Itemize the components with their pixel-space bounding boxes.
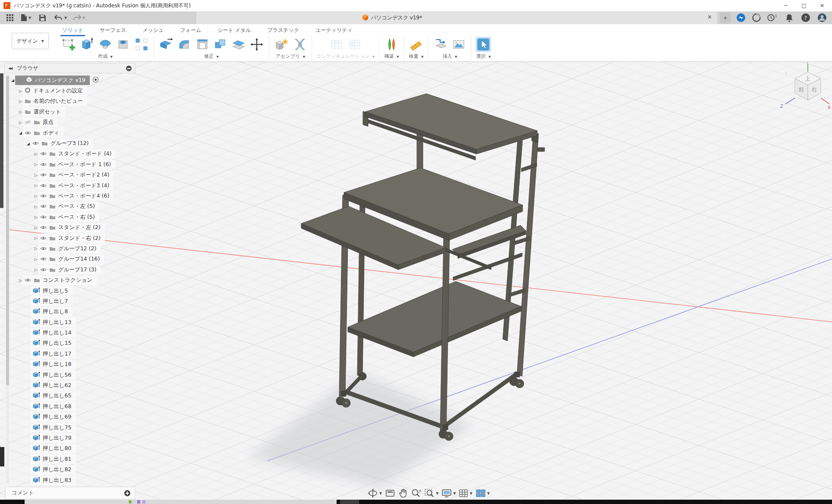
tree-item-スタンド・右 (2)[interactable]: ▷スタンド・右 (2)	[4, 233, 136, 243]
visibility-eye-icon[interactable]	[40, 161, 47, 169]
tree-item-押し出し83[interactable]: 押し出し83	[4, 475, 136, 485]
help-icon[interactable]: ?	[801, 13, 810, 22]
collapsed-arrow-icon[interactable]: ▷	[34, 226, 38, 230]
tree-item-押し出し75[interactable]: 押し出し75	[4, 422, 136, 433]
collapsed-arrow-icon[interactable]: ▷	[34, 162, 38, 167]
tree-item-ベース・ボード4 (6)[interactable]: ▷ベース・ボード4 (6)	[4, 191, 136, 201]
job-status-icon[interactable]	[752, 13, 761, 22]
timeline-feature-purple[interactable]	[137, 500, 140, 504]
tree-item-パソコンデスク v19[interactable]: ◢パソコンデスク v19	[4, 75, 136, 85]
activate-component-radio[interactable]	[92, 76, 99, 85]
new-document-tab-button[interactable]: ＋	[720, 13, 731, 23]
tree-item-押し出し56[interactable]: 押し出し56	[4, 370, 136, 380]
timeline-feature-green[interactable]	[129, 500, 132, 504]
tab-ソリッド[interactable]: ソリッド	[60, 25, 85, 36]
close-button[interactable]: ✕	[813, 0, 831, 11]
view-cube[interactable]: ⌂ Y Z X 上 前 右	[772, 60, 832, 119]
tree-item-スタンド・ボード (4)[interactable]: ▷スタンド・ボード (4)	[4, 149, 136, 159]
collapsed-arrow-icon[interactable]: ▷	[18, 89, 23, 93]
expanded-arrow-icon[interactable]: ◢	[18, 131, 23, 135]
timeline-feature-purple2[interactable]	[142, 500, 145, 504]
timeline-marker[interactable]	[340, 500, 359, 504]
timeline-track[interactable]	[25, 500, 337, 504]
create-sketch-icon[interactable]	[61, 37, 77, 52]
tree-item-押し出し81[interactable]: 押し出し81	[4, 454, 136, 464]
visibility-eye-icon[interactable]	[32, 139, 39, 148]
tree-item-押し出し65[interactable]: 押し出し65	[4, 391, 136, 401]
collapsed-arrow-icon[interactable]: ▷	[34, 173, 38, 177]
zoom-icon[interactable]: ±	[411, 488, 421, 498]
tree-item-押し出し18[interactable]: 押し出し18	[4, 359, 136, 370]
notifications-clock-icon[interactable]: 1	[767, 13, 777, 22]
insert-icon[interactable]	[433, 37, 448, 52]
group-label[interactable]: 修正 ▼	[204, 53, 219, 60]
collapse-browser-icon[interactable]: ◀◀	[8, 66, 12, 70]
look-at-icon[interactable]	[385, 489, 395, 498]
group-label[interactable]: アセンブリ ▼	[276, 53, 305, 60]
orbit-icon[interactable]: ▼	[368, 488, 382, 498]
tree-item-押し出し79[interactable]: 押し出し79	[4, 433, 136, 443]
tab-フォーム[interactable]: フォーム	[178, 25, 203, 36]
configuration-table-icon[interactable]	[347, 37, 362, 52]
group-label[interactable]: コンフィギュレーション ▼	[316, 53, 375, 60]
tree-item-押し出し7[interactable]: 押し出し7	[4, 296, 136, 306]
tree-item-押し出し68[interactable]: 押し出し68	[4, 401, 136, 412]
canvas-icon[interactable]	[451, 37, 466, 52]
undo-icon[interactable]: ▼	[54, 13, 67, 23]
workspace-selector-button[interactable]: デザイン ▼	[12, 33, 49, 49]
fillet-icon[interactable]	[176, 37, 192, 52]
tree-item-グループ3 (12)[interactable]: ◢グループ3 (12)	[4, 138, 136, 148]
tab-プラスチック[interactable]: プラスチック	[265, 25, 301, 36]
minimize-browser-icon[interactable]	[126, 66, 132, 71]
collapsed-arrow-icon[interactable]: ▷	[34, 183, 38, 188]
apps-grid-icon[interactable]	[6, 13, 14, 23]
visibility-eye-icon[interactable]	[40, 224, 47, 232]
tree-item-押し出し17[interactable]: 押し出し17	[4, 349, 136, 359]
tree-item-押し出し82[interactable]: 押し出し82	[4, 464, 136, 475]
group-label[interactable]: 検査 ▼	[409, 53, 424, 60]
tree-item-グループ12 (2)[interactable]: ▷グループ12 (2)	[4, 243, 136, 254]
collapsed-arrow-icon[interactable]: ▷	[34, 246, 38, 251]
grid-settings-icon[interactable]: ▼	[459, 489, 472, 498]
hole-icon[interactable]	[116, 37, 131, 52]
tree-item-押し出し8[interactable]: 押し出し8	[4, 307, 136, 317]
minimize-button[interactable]: ─	[777, 0, 795, 11]
tree-item-ベース・ボード3 (4)[interactable]: ▷ベース・ボード3 (4)	[4, 180, 136, 191]
configuration-icon[interactable]	[329, 37, 344, 52]
extensions-icon[interactable]	[736, 13, 746, 22]
tree-item-押し出し13[interactable]: 押し出し13	[4, 317, 136, 328]
close-document-icon[interactable]: ✕	[707, 14, 712, 20]
visibility-eye-icon[interactable]	[25, 129, 31, 137]
collapsed-arrow-icon[interactable]: ▷	[34, 268, 38, 272]
extrude-icon[interactable]	[79, 37, 95, 52]
tree-item-コンストラクション[interactable]: ▷コンストラクション	[4, 275, 136, 285]
zoom-window-icon[interactable]: ▼	[424, 488, 438, 498]
tree-item-原点[interactable]: ▷原点	[4, 117, 136, 128]
avatar-icon[interactable]	[817, 13, 827, 22]
revolve-icon[interactable]	[98, 37, 113, 52]
collapsed-arrow-icon[interactable]: ▷	[34, 257, 38, 261]
file-menu-icon[interactable]: ▼	[21, 13, 31, 23]
maximize-button[interactable]: □	[795, 0, 813, 11]
visibility-eye-icon[interactable]	[40, 255, 47, 263]
tree-item-押し出し69[interactable]: 押し出し69	[4, 412, 136, 422]
viewports-icon[interactable]: ▼	[476, 489, 490, 498]
select-icon[interactable]	[476, 37, 491, 52]
tree-item-押し出し62[interactable]: 押し出し62	[4, 380, 136, 391]
construction-plane-icon[interactable]	[384, 37, 399, 52]
expanded-arrow-icon[interactable]: ◢	[26, 142, 31, 146]
left-panel-handle[interactable]	[0, 73, 3, 208]
tree-item-押し出し14[interactable]: 押し出し14	[4, 328, 136, 338]
collapsed-arrow-icon[interactable]: ▷	[18, 99, 23, 104]
collapsed-arrow-icon[interactable]: ▷	[34, 152, 38, 156]
alerts-bell-icon[interactable]	[785, 13, 794, 22]
expanded-arrow-icon[interactable]: ◢	[10, 78, 15, 82]
document-tab[interactable]: パソコンデスク v19* ✕	[196, 11, 717, 24]
pan-icon[interactable]	[398, 488, 408, 498]
group-label[interactable]: 作成 ▼	[98, 53, 113, 60]
offset-face-icon[interactable]	[231, 37, 246, 52]
visibility-eye-icon[interactable]	[40, 266, 47, 274]
collapsed-arrow-icon[interactable]: ▷	[18, 110, 23, 114]
tree-item-スタンド・左 (2)[interactable]: ▷スタンド・左 (2)	[4, 222, 136, 233]
timeline-collapse-handle[interactable]	[0, 447, 4, 466]
